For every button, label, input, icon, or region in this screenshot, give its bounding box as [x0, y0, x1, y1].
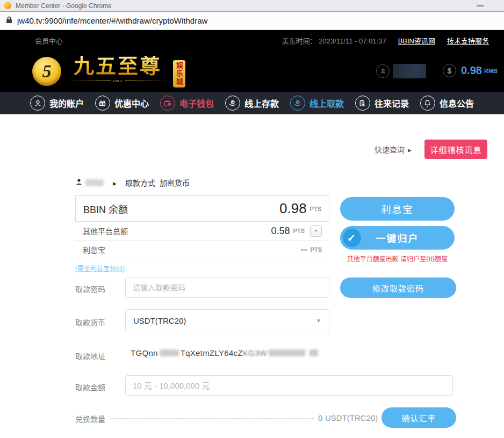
lixibao-row: 利息宝 -- PTS	[75, 240, 329, 259]
nav-transaction-records[interactable]: 往来记录	[355, 96, 409, 111]
bbin-balance-value: 0.98	[279, 200, 307, 217]
window-title: Member Center - Google Chrome	[16, 2, 112, 10]
caret-right-icon	[408, 145, 412, 154]
currency-selected-value: USDT(TRC20)	[133, 316, 186, 325]
withdraw-icon	[290, 96, 305, 111]
url-text[interactable]: jw40.tv:9900/infe/mcenter/#/withdraw/cry…	[17, 16, 207, 25]
check-icon	[343, 229, 361, 247]
breadcrumb-arrow-icon	[113, 178, 117, 187]
person-icon	[75, 178, 83, 187]
logo-emblem-icon: 5	[32, 57, 61, 86]
side-actions: 利息宝 一键归户 其他平台额度出款 请归户至BB额度	[340, 197, 455, 263]
breadcrumb: 取款方式 加密货币	[75, 177, 190, 188]
exchange-unit: USDT(TRC20)	[325, 413, 378, 422]
withdraw-address: TGQnn TqXetmZLY64cZ KG3W	[131, 348, 318, 357]
lixibao-value: --	[301, 244, 307, 256]
gift-icon	[95, 96, 110, 111]
lixibao-button[interactable]: 利息宝	[340, 197, 455, 221]
confirm-rate-button[interactable]: 确认汇率	[381, 407, 456, 428]
address-redacted-2	[269, 349, 305, 356]
nav-announcements[interactable]: 信息公告	[420, 96, 474, 111]
lixibao-reclaim-link[interactable]: (需至利息宝领回)	[75, 264, 125, 273]
site-logo[interactable]: 5 九五至尊 娱乐城	[32, 56, 185, 87]
modify-password-button[interactable]: 修改取款密码	[340, 278, 456, 298]
audit-detail-button[interactable]: 详细稽核讯息	[424, 140, 487, 159]
window-titlebar: Member Center - Google Chrome	[0, 0, 504, 12]
bbin-news-link[interactable]: BBIN资讯网	[398, 35, 435, 46]
quick-query-link[interactable]: 快速查询	[375, 144, 412, 155]
withdraw-password-input[interactable]	[125, 278, 329, 298]
exchange-label: 兑换数量	[75, 413, 105, 424]
member-center-label: 会员中心	[35, 35, 63, 46]
dotted-divider	[110, 418, 314, 419]
logo-badge: 娱乐城	[173, 60, 185, 87]
withdraw-method-value: 加密货币	[160, 177, 190, 188]
exchange-amount: 0	[318, 413, 322, 422]
balance-card: BBIN 余额 0.98 PTS 其他平台总额 0.58 PTS 利息宝 -- …	[75, 195, 329, 259]
bbin-balance-row: BBIN 余额 0.98 PTS	[75, 195, 329, 222]
nav-my-account[interactable]: 我的账户	[30, 96, 84, 111]
one-key-transfer-button[interactable]: 一键归户	[340, 226, 455, 250]
withdraw-page: 快速查询 详细稽核讯息 取款方式 加密货币 BBIN 余额 0.98 PTS 其…	[0, 114, 504, 437]
wallet-balance-area: 0.98 RMB	[443, 64, 498, 77]
account-icon	[30, 96, 45, 111]
logo-text: 九五至尊	[74, 56, 162, 77]
currency-label: 取款货币	[75, 317, 105, 327]
bell-icon	[420, 96, 435, 111]
nav-promotions[interactable]: 优惠中心	[95, 96, 149, 111]
user-icon	[376, 64, 390, 78]
transfer-note: 其他平台额度出款 请归户至BB额度	[340, 254, 455, 263]
breadcrumb-username-redacted	[85, 179, 104, 186]
nav-online-withdraw[interactable]: 线上取款	[290, 96, 344, 111]
deposit-icon	[225, 96, 240, 111]
main-nav: 我的账户 优惠中心 电子钱包 线上存款 线上取款 往来记录 信息公告	[0, 92, 504, 114]
other-platform-value: 0.58	[271, 225, 290, 237]
user-account-area	[376, 64, 426, 78]
eastern-time: 美东时间： 2023/11/11 - 07:01:37	[282, 35, 386, 46]
records-icon	[355, 96, 370, 111]
lock-icon[interactable]	[6, 16, 12, 26]
minimize-button[interactable]	[477, 5, 484, 6]
dollar-icon	[443, 64, 456, 77]
chevron-down-icon	[316, 318, 321, 324]
username-redacted	[393, 64, 426, 78]
amount-label: 取款金额	[75, 382, 105, 392]
site-favicon	[4, 2, 11, 9]
tech-support-link[interactable]: 技术支持服务	[447, 35, 489, 46]
member-topbar: 会员中心 美东时间： 2023/11/11 - 07:01:37 BBIN资讯网…	[0, 30, 504, 51]
brand-header: 5 九五至尊 娱乐城 0.98 RMB	[0, 51, 504, 92]
nav-e-wallet[interactable]: 电子钱包	[160, 96, 214, 111]
address-label: 取款地址	[75, 351, 105, 361]
currency-select[interactable]: USDT(TRC20)	[125, 309, 329, 332]
password-label: 取款密码	[75, 283, 105, 294]
logo-flourish-icon	[67, 77, 169, 84]
address-redacted-1	[160, 349, 179, 356]
balance-currency: RMB	[484, 68, 498, 74]
withdraw-method-label: 取款方式	[125, 177, 155, 188]
wallet-icon	[160, 96, 175, 111]
expand-platforms-button[interactable]	[310, 225, 322, 237]
nav-online-deposit[interactable]: 线上存款	[225, 96, 279, 111]
address-bar[interactable]: jw40.tv:9900/infe/mcenter/#/withdraw/cry…	[0, 12, 504, 30]
balance-value: 0.98	[461, 64, 482, 77]
withdraw-amount-input[interactable]	[125, 375, 453, 396]
address-redacted-3	[309, 349, 318, 356]
other-platform-row: 其他平台总额 0.58 PTS	[75, 222, 329, 240]
